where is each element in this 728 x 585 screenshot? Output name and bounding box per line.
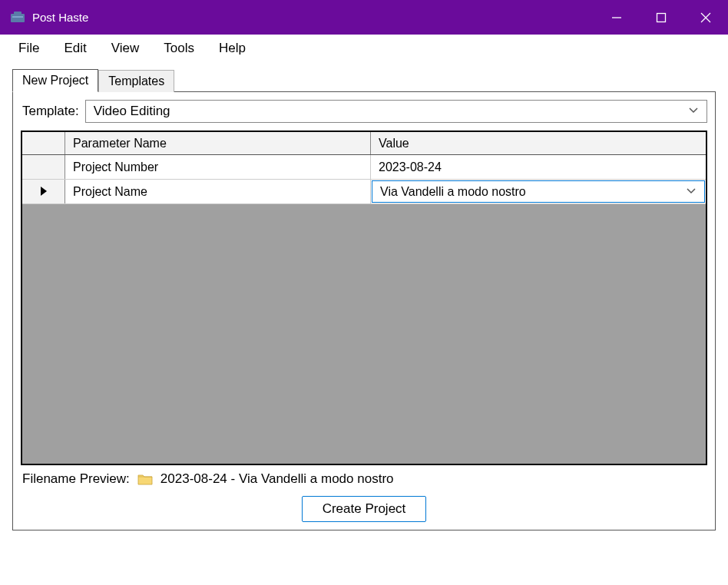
window-controls [594, 0, 728, 35]
chevron-down-icon [688, 104, 699, 119]
param-value-text: Via Vandelli a modo nostro [380, 185, 526, 199]
app-icon [11, 12, 25, 24]
window-title: Post Haste [32, 11, 594, 24]
svg-rect-0 [11, 14, 25, 22]
filename-preview-row: Filename Preview: 2023-08-24 - Via Vande… [21, 471, 707, 487]
table-row[interactable]: Project Name Via Vandelli a modo nostro [22, 180, 706, 204]
filename-preview-value: 2023-08-24 - Via Vandelli a modo nostro [160, 471, 394, 487]
content-area: New Project Templates Template: Video Ed… [0, 62, 728, 543]
close-button[interactable] [683, 0, 728, 35]
row-marker-active [22, 180, 65, 203]
template-row: Template: Video Editing [21, 100, 707, 123]
parameter-grid: Parameter Name Value Project Number 2023… [21, 131, 707, 465]
param-name-cell: Project Name [65, 180, 371, 203]
maximize-button[interactable] [639, 0, 683, 35]
template-select[interactable]: Video Editing [85, 100, 707, 123]
table-row[interactable]: Project Number 2023-08-24 [22, 155, 706, 180]
grid-header-parameter[interactable]: Parameter Name [65, 132, 371, 154]
grid-header-marker [22, 132, 65, 154]
menu-file[interactable]: File [6, 38, 51, 59]
minimize-button[interactable] [594, 0, 639, 35]
param-value-combo[interactable]: Via Vandelli a modo nostro [372, 180, 705, 203]
svg-rect-2 [12, 16, 23, 18]
tab-panel: Template: Video Editing Parameter Name V… [12, 91, 716, 530]
template-label: Template: [21, 104, 79, 119]
template-selected-value: Video Editing [94, 104, 170, 119]
grid-header: Parameter Name Value [22, 132, 706, 155]
menu-help[interactable]: Help [207, 38, 258, 59]
folder-icon [137, 472, 153, 486]
svg-rect-4 [657, 13, 666, 21]
chevron-down-icon [686, 185, 697, 199]
tab-templates[interactable]: Templates [98, 70, 174, 92]
tab-new-project[interactable]: New Project [12, 69, 98, 92]
svg-marker-7 [41, 187, 47, 196]
titlebar: Post Haste [0, 0, 728, 35]
param-value-cell[interactable]: 2023-08-24 [371, 155, 706, 179]
menu-edit[interactable]: Edit [51, 38, 98, 59]
grid-header-value[interactable]: Value [371, 132, 706, 154]
menu-view[interactable]: View [99, 38, 152, 59]
filename-preview-label: Filename Preview: [22, 471, 130, 487]
menubar: File Edit View Tools Help [0, 35, 728, 62]
param-name-cell: Project Number [65, 155, 371, 179]
create-button-row: Create Project [21, 496, 707, 522]
menu-tools[interactable]: Tools [151, 38, 207, 59]
tab-strip: New Project Templates [12, 68, 716, 91]
caret-right-icon [41, 185, 47, 199]
row-marker [22, 155, 65, 179]
svg-rect-1 [14, 12, 22, 15]
create-project-button[interactable]: Create Project [302, 496, 427, 522]
